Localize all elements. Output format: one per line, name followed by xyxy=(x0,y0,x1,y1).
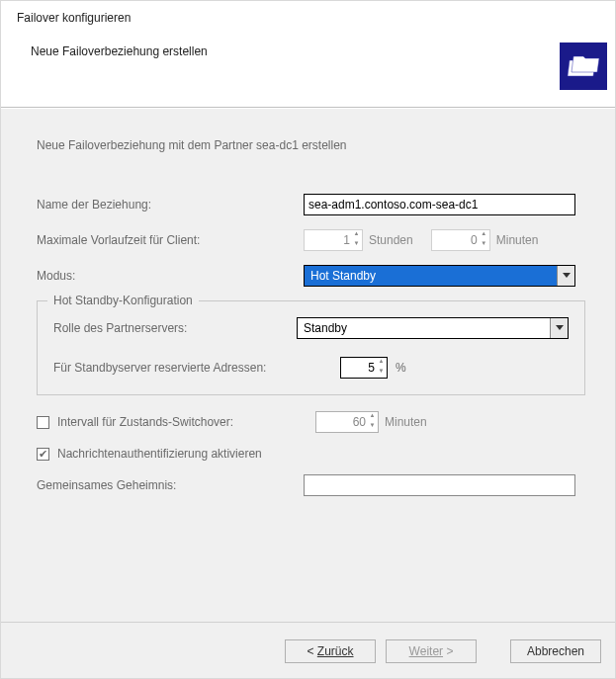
switchover-label: Intervall für Zustands-Switchover: xyxy=(57,415,233,429)
relationship-name-input[interactable] xyxy=(304,194,575,215)
switchover-checkbox[interactable] xyxy=(37,416,49,429)
hours-unit-label: Stunden xyxy=(369,233,413,247)
partner-role-select[interactable]: Standby xyxy=(297,317,569,339)
chevron-down-icon xyxy=(550,318,568,338)
next-button[interactable]: Weiter > xyxy=(386,639,477,663)
msgauth-label: Nachrichtenauthentifizierung aktivieren xyxy=(57,447,262,461)
wizard-footer: < Zurück Weiter > Abbrechen xyxy=(1,622,615,679)
partner-role-value: Standby xyxy=(298,321,550,335)
folder-stack-icon xyxy=(560,42,607,90)
mode-label: Modus: xyxy=(37,269,304,283)
msgauth-checkbox[interactable]: ✔ xyxy=(37,448,49,461)
svg-marker-1 xyxy=(572,56,599,72)
wizard-title: Failover konfigurieren xyxy=(1,9,615,25)
mode-select-value: Hot Standby xyxy=(305,269,557,283)
svg-marker-3 xyxy=(556,325,564,330)
reserved-percent-input[interactable] xyxy=(340,357,388,379)
switchover-minutes-unit: Minuten xyxy=(385,415,427,429)
max-lead-time-row: Maximale Vorlaufzeit für Client: ▲▼ Stun… xyxy=(37,229,585,251)
svg-marker-2 xyxy=(563,273,571,278)
switchover-row: Intervall für Zustands-Switchover: ▲▼ Mi… xyxy=(37,411,585,433)
shared-secret-row: Gemeinsames Geheimnis: xyxy=(37,474,585,496)
wizard-subtitle: Neue Failoverbeziehung erstellen xyxy=(1,25,615,58)
shared-secret-input[interactable] xyxy=(304,474,575,496)
reserved-addresses-row: Für Standbyserver reservierte Adressen: … xyxy=(53,357,569,379)
relationship-name-label: Name der Beziehung: xyxy=(37,198,304,212)
mode-row: Modus: Hot Standby xyxy=(37,265,585,287)
lead-minutes-input[interactable] xyxy=(431,229,490,251)
relationship-name-row: Name der Beziehung: xyxy=(37,194,585,215)
back-button[interactable]: < Zurück xyxy=(285,639,376,663)
wizard-header: Failover konfigurieren Neue Failoverbezi… xyxy=(1,1,615,108)
percent-unit-label: % xyxy=(396,361,406,375)
lead-hours-input[interactable] xyxy=(304,229,363,251)
groupbox-title: Hot Standby-Konfiguration xyxy=(47,294,199,307)
body-heading: Neue Failoverbeziehung mit dem Partner s… xyxy=(37,138,585,152)
hot-standby-groupbox: Hot Standby-Konfiguration Rolle des Part… xyxy=(37,300,585,395)
switchover-minutes-input[interactable] xyxy=(315,411,379,433)
max-lead-time-label: Maximale Vorlaufzeit für Client: xyxy=(37,233,304,247)
cancel-button[interactable]: Abbrechen xyxy=(510,639,601,663)
wizard-body: Neue Failoverbeziehung mit dem Partner s… xyxy=(1,108,615,622)
msgauth-row: ✔ Nachrichtenauthentifizierung aktiviere… xyxy=(37,447,585,461)
shared-secret-label: Gemeinsames Geheimnis: xyxy=(37,478,304,492)
partner-role-label: Rolle des Partnerservers: xyxy=(53,321,297,335)
mode-select[interactable]: Hot Standby xyxy=(304,265,575,287)
chevron-down-icon xyxy=(557,266,574,286)
minutes-unit-label: Minuten xyxy=(496,233,539,247)
partner-role-row: Rolle des Partnerservers: Standby xyxy=(53,317,569,339)
reserved-addresses-label: Für Standbyserver reservierte Adressen: xyxy=(53,361,340,375)
